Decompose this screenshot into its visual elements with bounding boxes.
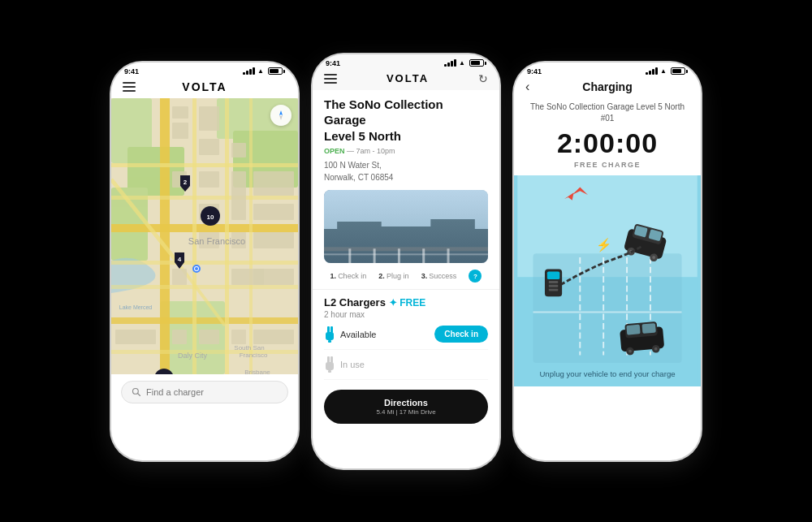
svg-text:Unplug your vehicle to end you: Unplug your vehicle to end your charge [539,369,675,378]
svg-rect-95 [626,324,640,334]
compass-icon[interactable] [270,105,292,126]
svg-rect-9 [111,317,298,324]
info-icon[interactable]: ? [469,270,482,283]
svg-rect-13 [111,163,298,167]
battery-icon-2 [469,59,486,67]
step-1: 1. Check in [330,272,367,280]
svg-rect-69 [327,326,330,333]
svg-rect-22 [199,106,219,131]
charging-timer: 2:00:00 [525,127,689,159]
signal-icon [243,67,255,75]
svg-text:10: 10 [207,214,214,221]
phone-map: 9:41 ▲ VOLTA [111,63,298,460]
status-icons-1: ▲ [243,67,285,75]
charger-icon-inuse: In use [324,356,365,373]
menu-icon-2[interactable] [324,74,337,84]
charger-section: L2 Chargers ✦ FREE 2 hour max Available … [313,290,499,383]
svg-rect-62 [324,247,488,251]
wifi-icon-3: ▲ [660,67,667,75]
svg-rect-37 [115,330,156,344]
directions-button[interactable]: Directions 5.4 Mi | 17 Min Drive [324,390,488,424]
available-label: Available [340,330,376,339]
signal-icon-2 [444,59,456,67]
phone1-header: VOLTA [111,77,298,98]
svg-rect-96 [642,322,656,333]
charger-title: L2 Chargers ✦ FREE [324,296,488,308]
location-title: The SoNo Collection GarageLevel 5 North [313,90,499,146]
location-image [324,190,488,263]
svg-rect-103 [549,281,559,283]
svg-rect-33 [253,232,294,248]
plug-icon-available [324,326,335,343]
svg-rect-7 [160,98,170,374]
search-bar[interactable] [121,381,288,403]
signal-icon-3 [646,67,658,75]
svg-rect-23 [199,139,219,155]
svg-rect-65 [374,248,376,263]
charger-icon-available: Available [324,326,376,343]
free-charge-label: FREE CHARGE [525,161,689,169]
svg-text:4: 4 [178,256,182,263]
svg-rect-40 [231,330,246,344]
status-icons-3: ▲ [646,67,688,75]
svg-rect-16 [111,285,298,289]
location-address: 100 N Water St, Norwalk, CT 06854 [313,157,499,190]
svg-text:Daly City: Daly City [178,352,208,360]
svg-rect-63 [324,253,488,255]
charging-location: The SoNo Collection Garage Level 5 North… [525,101,689,124]
map-view[interactable]: San Francisco Daly City Brisbane South S… [111,98,298,374]
back-button[interactable]: ‹ [525,80,529,94]
map-svg: San Francisco Daly City Brisbane South S… [111,98,298,374]
svg-point-55 [195,267,198,270]
svg-text:Lake Merced: Lake Merced [119,304,153,310]
svg-text:South SanFrancisco: South SanFrancisco [234,344,268,359]
svg-rect-36 [253,269,294,285]
svg-rect-70 [330,326,333,333]
svg-rect-29 [253,171,294,196]
svg-rect-64 [348,248,351,263]
refresh-icon[interactable]: ↻ [478,72,488,85]
phone-detail: 9:41 ▲ VOLTA ↻ [313,54,499,468]
svg-rect-73 [327,356,330,363]
search-input[interactable] [146,387,278,397]
battery-icon [268,67,285,75]
menu-icon[interactable] [123,82,136,92]
battery-icon-3 [671,67,688,75]
svg-marker-58 [279,110,283,115]
svg-rect-67 [422,248,425,263]
svg-line-61 [138,393,140,395]
svg-text:Brisbane: Brisbane [244,369,270,374]
status-time-2: 9:41 [326,59,340,67]
charger-row-inuse: In use [324,350,488,380]
phone2-header: VOLTA ↻ [313,69,499,90]
svg-rect-105 [549,288,559,291]
checkin-button[interactable]: Check in [434,326,488,343]
search-icon [132,387,141,397]
status-bar-2: 9:41 ▲ [313,54,499,69]
svg-text:⚡: ⚡ [596,237,612,252]
status-bar-1: 9:41 ▲ [111,63,298,77]
inuse-label: In use [340,360,365,369]
charging-illustration: ⚡ Unplug your vehicle to end your charge [514,175,701,386]
svg-rect-15 [111,261,298,265]
svg-rect-76 [328,370,331,373]
svg-rect-68 [447,248,450,263]
wifi-icon: ▲ [257,67,264,75]
charging-screen-title: Charging [582,80,632,93]
svg-text:2: 2 [184,179,188,186]
wifi-icon-2: ▲ [459,59,465,67]
open-hours: — 7am - 10pm [347,147,395,155]
svg-rect-66 [398,248,400,263]
svg-text:San Francisco: San Francisco [188,236,245,246]
plug-icon-inuse [324,356,335,373]
svg-marker-59 [279,115,283,120]
svg-rect-8 [111,224,298,232]
svg-rect-28 [231,171,246,220]
status-icons-2: ▲ [444,59,486,67]
svg-rect-102 [547,271,559,279]
svg-rect-30 [253,204,294,220]
free-badge: ✦ FREE [389,297,425,308]
steps-bar: 1. Check in 2. Plug in 3. Success ? [313,263,499,290]
svg-rect-35 [172,269,187,285]
svg-rect-104 [549,284,559,287]
